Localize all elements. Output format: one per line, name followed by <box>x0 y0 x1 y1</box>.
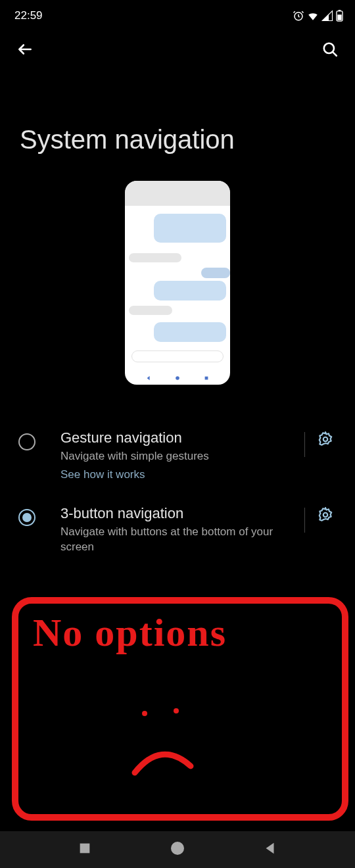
svg-rect-2 <box>339 10 341 11</box>
gear-icon <box>317 431 334 448</box>
recents-button[interactable] <box>78 841 92 858</box>
back-button[interactable] <box>12 36 38 62</box>
square-icon <box>78 841 92 856</box>
page-title: System navigation <box>0 72 355 181</box>
battery-icon <box>336 10 343 22</box>
three-button-settings-button[interactable] <box>317 506 343 526</box>
triangle-left-icon <box>263 841 277 856</box>
alarm-icon <box>293 10 304 22</box>
app-bar <box>0 26 355 72</box>
home-button[interactable] <box>170 840 185 859</box>
status-icons <box>293 10 343 22</box>
gear-icon <box>317 506 334 523</box>
option-text: 3-button navigation Navigate with button… <box>60 505 299 555</box>
svg-rect-3 <box>337 14 341 20</box>
divider <box>304 508 305 533</box>
svg-point-5 <box>176 376 179 380</box>
svg-point-7 <box>323 437 328 442</box>
see-how-it-works-link[interactable]: See how it works <box>60 468 299 481</box>
svg-point-8 <box>323 513 328 518</box>
circle-icon <box>170 840 185 856</box>
radio-three-button[interactable] <box>18 509 36 526</box>
system-navigation-bar <box>0 831 355 868</box>
search-button[interactable] <box>317 36 343 62</box>
preview-home-icon <box>175 375 180 381</box>
status-bar: 22:59 <box>0 0 355 26</box>
preview-back-icon <box>146 375 151 381</box>
svg-point-10 <box>174 708 179 713</box>
gesture-settings-button[interactable] <box>317 431 343 450</box>
preview-recents-icon <box>204 375 209 381</box>
divider <box>304 432 305 457</box>
option-title: Gesture navigation <box>60 429 299 446</box>
svg-point-12 <box>171 842 184 855</box>
option-desc: Navigate with simple gestures <box>60 449 299 464</box>
svg-rect-11 <box>80 844 90 854</box>
arrow-left-icon <box>16 41 34 58</box>
option-gesture-navigation[interactable]: Gesture navigation Navigate with simple … <box>0 418 355 493</box>
status-time: 22:59 <box>14 9 43 22</box>
user-annotation-text: No options <box>33 610 227 656</box>
option-three-button-navigation[interactable]: 3-button navigation Navigate with button… <box>0 493 355 567</box>
frown-icon <box>125 694 204 779</box>
search-icon <box>321 41 339 58</box>
option-text: Gesture navigation Navigate with simple … <box>60 429 299 481</box>
navigation-preview <box>125 181 230 385</box>
option-title: 3-button navigation <box>60 505 299 522</box>
radio-gesture[interactable] <box>18 433 36 450</box>
wifi-icon <box>307 10 319 22</box>
svg-point-9 <box>142 711 147 716</box>
user-annotation-box <box>12 597 348 821</box>
back-button[interactable] <box>263 841 277 858</box>
option-desc: Navigate with buttons at the bottom of y… <box>60 525 299 555</box>
svg-rect-6 <box>205 377 208 380</box>
signal-icon <box>321 10 333 22</box>
